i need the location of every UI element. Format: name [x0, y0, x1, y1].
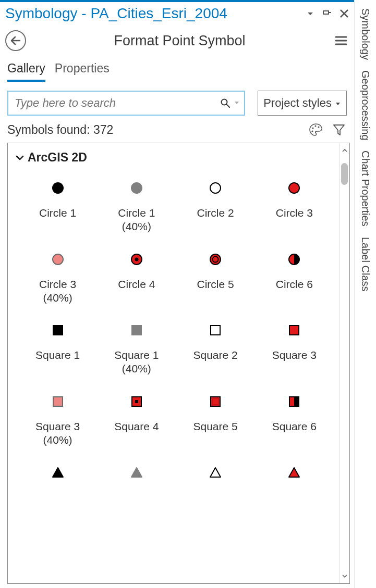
symbol-cell[interactable]: Square 3: [256, 321, 333, 376]
svg-marker-12: [336, 103, 340, 105]
circle-dot-icon: [130, 251, 143, 268]
symbol-cell[interactable]: Circle 3: [256, 179, 333, 234]
square-icon: [51, 321, 65, 339]
symbol-cell[interactable]: Square 4: [98, 393, 175, 447]
palette-icon[interactable]: [308, 122, 324, 137]
svg-point-13: [312, 127, 313, 129]
search-options-caret[interactable]: [234, 98, 240, 108]
category-header[interactable]: ArcGIS 2D: [15, 148, 337, 168]
svg-point-20: [210, 183, 221, 193]
symbol-cell[interactable]: Circle 4: [98, 251, 175, 305]
symbol-cell[interactable]: Circle 5: [177, 251, 254, 305]
scroll-down-icon[interactable]: [342, 571, 348, 581]
circle-icon: [51, 179, 65, 197]
symbol-label: Circle 6: [276, 278, 313, 291]
symbol-cell[interactable]: Square 5: [177, 393, 254, 447]
circle-icon: [51, 251, 65, 268]
gallery: ArcGIS 2D Circle 1Circle 1(40%)Circle 2C…: [8, 143, 339, 583]
burger-menu-icon[interactable]: [333, 33, 349, 48]
symbol-cell[interactable]: Square 6: [256, 393, 333, 447]
svg-rect-32: [53, 397, 63, 406]
symbol-cell[interactable]: Circle 6: [256, 251, 333, 305]
symbol-label: Square 1: [35, 348, 80, 362]
svg-rect-31: [289, 326, 299, 335]
style-scope-dropdown[interactable]: Project styles: [258, 91, 347, 116]
symbol-label: Circle 4: [118, 278, 155, 291]
menu-dropdown-icon[interactable]: [305, 8, 316, 19]
circle-half-icon: [287, 251, 301, 268]
symbol-label: Square 2: [193, 348, 238, 362]
symbol-label: Circle 1(40%): [118, 206, 155, 234]
close-icon[interactable]: [338, 8, 350, 19]
symbol-label: Square 6: [272, 420, 317, 433]
symbol-cell[interactable]: Circle 3(40%): [19, 251, 96, 305]
square-half-icon: [287, 393, 301, 410]
tab-gallery[interactable]: Gallery: [7, 58, 45, 82]
dock-tab-symbology[interactable]: Symbology: [357, 3, 373, 65]
svg-rect-28: [53, 326, 63, 335]
symbol-cell[interactable]: [19, 464, 96, 491]
symbol-cell[interactable]: [177, 464, 254, 491]
circle-icon: [209, 179, 222, 197]
tabs: Gallery Properties: [0, 54, 354, 82]
triangle-icon: [287, 464, 301, 481]
symbol-cell[interactable]: Square 1: [19, 321, 96, 376]
panel-title: Symbology - PA_Cities_Esri_2004: [5, 5, 301, 22]
symbology-panel: Symbology - PA_Cities_Esri_2004: [0, 0, 354, 588]
filter-icon[interactable]: [331, 122, 347, 137]
svg-point-19: [131, 183, 142, 193]
svg-point-16: [311, 130, 313, 132]
symbol-cell[interactable]: Circle 2: [177, 179, 254, 234]
square-dot-icon: [130, 393, 143, 410]
symbol-cell[interactable]: Square 3(40%): [19, 393, 96, 447]
search-icon[interactable]: [220, 98, 231, 108]
circle-ring-icon: [209, 251, 222, 268]
circle-icon: [130, 179, 143, 197]
header: Format Point Symbol: [0, 24, 354, 54]
svg-point-21: [289, 183, 299, 193]
svg-marker-41: [210, 468, 221, 477]
style-scope-label: Project styles: [263, 96, 332, 110]
square-icon: [130, 321, 143, 339]
symbols-found-label: Symbols found: 372: [7, 123, 308, 137]
symbol-label: Circle 3(40%): [39, 278, 76, 305]
symbol-label: Square 3(40%): [35, 420, 80, 447]
symbol-cell[interactable]: Square 1(40%): [98, 321, 175, 376]
tab-properties[interactable]: Properties: [55, 58, 110, 82]
category-label: ArcGIS 2D: [28, 151, 87, 165]
square-icon: [209, 321, 222, 339]
header-title: Format Point Symbol: [26, 33, 333, 49]
scroll-thumb[interactable]: [341, 163, 348, 185]
symbol-cell[interactable]: Square 2: [177, 321, 254, 376]
scroll-up-icon[interactable]: [342, 145, 348, 156]
square-icon: [287, 321, 301, 339]
svg-point-25: [210, 254, 221, 265]
square-icon: [51, 393, 65, 410]
search-field[interactable]: [7, 91, 245, 116]
svg-marker-17: [334, 125, 344, 135]
scrollbar[interactable]: [339, 143, 349, 583]
svg-point-24: [135, 257, 138, 261]
dock-tab-geoprocessing[interactable]: Geoprocessing: [357, 65, 373, 146]
pin-icon[interactable]: [322, 8, 332, 19]
titlebar: Symbology - PA_Cities_Esri_2004: [0, 2, 354, 24]
symbol-label: Circle 3: [276, 206, 313, 220]
svg-rect-30: [211, 326, 220, 335]
symbol-cell[interactable]: [256, 464, 333, 491]
back-button[interactable]: [5, 30, 26, 51]
svg-rect-34: [135, 400, 138, 403]
triangle-icon: [209, 464, 222, 481]
svg-point-22: [53, 254, 63, 265]
symbol-cell[interactable]: Circle 1: [19, 179, 96, 234]
symbol-cell[interactable]: Circle 1(40%): [98, 179, 175, 234]
svg-marker-39: [53, 468, 63, 477]
symbol-label: Circle 2: [197, 206, 234, 220]
triangle-icon: [51, 464, 65, 481]
dock-tab-chart-properties[interactable]: Chart Properties: [357, 145, 373, 232]
symbol-cell[interactable]: [98, 464, 175, 491]
symbol-label: Square 3: [272, 348, 317, 362]
svg-point-15: [318, 126, 319, 128]
search-input[interactable]: [14, 96, 220, 110]
dock-tab-label-class[interactable]: Label Class: [357, 232, 373, 297]
symbol-label: Circle 1: [39, 206, 76, 220]
